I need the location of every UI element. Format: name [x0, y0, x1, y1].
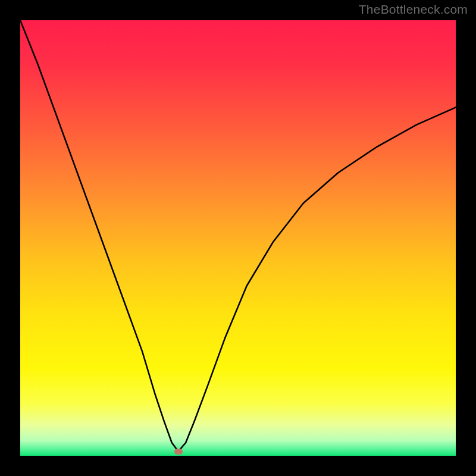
chart-frame: TheBottleneck.com	[0, 0, 476, 476]
plot-area	[20, 20, 456, 456]
optimum-marker	[174, 449, 183, 455]
watermark-text: TheBottleneck.com	[359, 2, 468, 17]
bottleneck-curve	[20, 20, 456, 456]
